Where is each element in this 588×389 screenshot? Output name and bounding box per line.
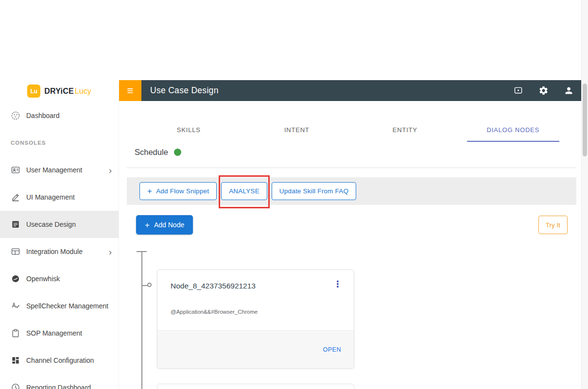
sidebar-item-label: Openwhisk [26, 275, 60, 283]
kebab-menu-icon[interactable]: ⋮ [333, 280, 342, 288]
app-logo: Lu DRYiCELucy [0, 80, 119, 102]
tab-entity[interactable]: ENTITY [351, 101, 459, 142]
settings-gear-icon[interactable] [537, 85, 549, 97]
openwhisk-icon [11, 274, 20, 284]
brand-name: DRYiCE [44, 87, 73, 95]
sidebar-item-label: SpellChecker Management [26, 302, 108, 310]
page-scrollbar-thumb[interactable] [583, 84, 587, 156]
sidebar-item-user-management[interactable]: User Management › [0, 156, 119, 184]
tab-intent[interactable]: INTENT [243, 101, 351, 142]
pen-icon [11, 192, 20, 202]
tree-trunk-line [141, 252, 142, 389]
tree-branch-node-dot [147, 283, 152, 287]
logo-icon: Lu [27, 85, 40, 98]
analyse-button[interactable]: ANALYSE [221, 182, 267, 200]
blocks-grid-icon [11, 355, 20, 365]
sidebar-item-label: Dashboard [26, 112, 60, 119]
sidebar-item-label: Usecase Design [26, 220, 76, 228]
main-content: SKILLS INTENT ENTITY DIALOG NODES Schedu… [119, 101, 581, 389]
chevron-right-icon: › [109, 166, 112, 175]
sidebar-item-channel-configuration[interactable]: Channel Configuration [0, 347, 119, 374]
sidebar-item-integration-module[interactable]: Integration Module › [0, 238, 119, 265]
dashboard-icon [11, 111, 20, 120]
document-icon [11, 220, 20, 229]
divider [127, 168, 576, 168]
sidebar: Lu DRYiCELucy Dashboard CONSOLES [0, 80, 119, 389]
user-card-icon [11, 165, 20, 175]
sidebar-item-usecase-design[interactable]: Usecase Design [0, 211, 119, 238]
plus-icon: + [147, 187, 152, 195]
brand-product: Lucy [75, 87, 91, 95]
tab-bar: SKILLS INTENT ENTITY DIALOG NODES [135, 101, 567, 142]
sidebar-item-ui-management[interactable]: UI Management [0, 184, 119, 211]
spellcheck-icon [11, 301, 20, 311]
screen: Lu DRYiCELucy Dashboard CONSOLES [0, 0, 588, 389]
dialog-node-card: Node_8_4237356921213 ⋮ @Application&&#Br… [157, 270, 354, 369]
update-skill-from-faq-button[interactable]: Update Skill From FAQ [272, 182, 356, 200]
sidebar-section-consoles: CONSOLES [0, 129, 119, 156]
add-flow-snippet-button[interactable]: + Add Flow Snippet [139, 182, 217, 200]
node-condition: @Application&&#Browser_Chrome [171, 309, 258, 315]
sidebar-item-label: User Management [26, 166, 82, 174]
sidebar-item-label: SOP Management [26, 329, 82, 337]
sidebar-item-sop-management[interactable]: SOP Management [0, 320, 119, 347]
sidebar-item-label: Reporting Dashboard [26, 384, 91, 389]
page-scrollbar-track [581, 0, 588, 389]
add-node-label: Add Node [154, 221, 184, 229]
page-title: Use Case Design [150, 85, 219, 96]
skill-status-row: Schedule [135, 148, 181, 157]
status-dot [174, 149, 181, 156]
sidebar-item-spellchecker-management[interactable]: SpellChecker Management [0, 292, 119, 320]
sidebar-item-label: Channel Configuration [26, 356, 94, 364]
try-it-button[interactable]: Try It [538, 216, 568, 234]
clock-icon [11, 383, 20, 389]
sidebar-item-reporting-dashboard[interactable]: Reporting Dashboard [0, 374, 119, 389]
app-header: ≡ Use Case Design [119, 80, 581, 101]
node-card-footer: OPEN [157, 330, 354, 368]
window-grid-icon [11, 247, 20, 256]
user-profile-icon[interactable] [563, 85, 574, 97]
tab-dialog-nodes[interactable]: DIALOG NODES [459, 101, 568, 142]
sidebar-item-dashboard[interactable]: Dashboard [0, 102, 119, 129]
node-title: Node_8_4237356921213 [171, 282, 256, 290]
sidebar-item-openwhisk[interactable]: Openwhisk [0, 265, 119, 292]
tab-skills[interactable]: SKILLS [135, 101, 243, 142]
dialog-node-card-partial [157, 384, 354, 389]
chevron-right-icon: › [109, 247, 112, 256]
add-flow-snippet-label: Add Flow Snippet [156, 187, 209, 195]
skill-name: Schedule [135, 148, 168, 157]
plus-icon: + [145, 221, 150, 229]
sidebar-item-label: Integration Module [26, 248, 83, 255]
sidebar-item-label: UI Management [26, 193, 75, 201]
clipboard-icon [11, 328, 20, 338]
hamburger-menu-button[interactable]: ≡ [119, 80, 141, 101]
flow-toolbar: + Add Flow Snippet ANALYSE Update Skill … [127, 177, 576, 205]
open-link[interactable]: OPEN [323, 346, 341, 353]
display-icon[interactable] [512, 85, 524, 97]
add-node-button[interactable]: + Add Node [136, 215, 193, 235]
